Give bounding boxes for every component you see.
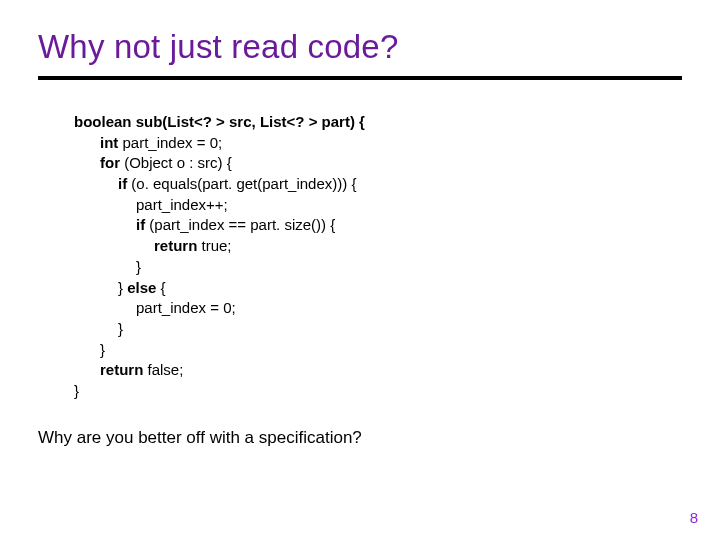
keyword-else: else: [127, 279, 156, 296]
code-line: }: [74, 340, 682, 361]
code-line: return true;: [74, 236, 682, 257]
code-text: true;: [197, 237, 231, 254]
code-line: part_index++;: [74, 195, 682, 216]
code-text: (part_index == part. size()) {: [145, 216, 335, 233]
slide: Why not just read code? boolean sub(List…: [0, 0, 720, 540]
page-number: 8: [690, 509, 698, 526]
keyword-boolean: boolean: [74, 113, 132, 130]
code-text: false;: [143, 361, 183, 378]
code-text: sub(List<? > src, List<? > part) {: [132, 113, 365, 130]
keyword-if: if: [136, 216, 145, 233]
keyword-int: int: [100, 134, 118, 151]
code-line-signature: boolean sub(List<? > src, List<? > part)…: [74, 113, 365, 130]
slide-question: Why are you better off with a specificat…: [38, 428, 682, 448]
code-line: }: [74, 382, 79, 399]
code-line: int part_index = 0;: [74, 133, 682, 154]
code-text: part_index = 0;: [118, 134, 222, 151]
code-text: }: [118, 279, 127, 296]
code-line: if (part_index == part. size()) {: [74, 215, 682, 236]
code-line: part_index = 0;: [74, 298, 682, 319]
keyword-if: if: [118, 175, 127, 192]
code-line: } else {: [74, 278, 682, 299]
code-line: if (o. equals(part. get(part_index))) {: [74, 174, 682, 195]
code-text: (Object o : src) {: [120, 154, 232, 171]
code-line: }: [74, 257, 682, 278]
keyword-return: return: [100, 361, 143, 378]
code-text: (o. equals(part. get(part_index))) {: [127, 175, 356, 192]
keyword-for: for: [100, 154, 120, 171]
code-line: }: [74, 319, 682, 340]
code-text: {: [156, 279, 165, 296]
code-line: for (Object o : src) {: [74, 153, 682, 174]
slide-title: Why not just read code?: [38, 28, 682, 80]
keyword-return: return: [154, 237, 197, 254]
code-line: return false;: [74, 360, 682, 381]
code-block: boolean sub(List<? > src, List<? > part)…: [74, 112, 682, 402]
